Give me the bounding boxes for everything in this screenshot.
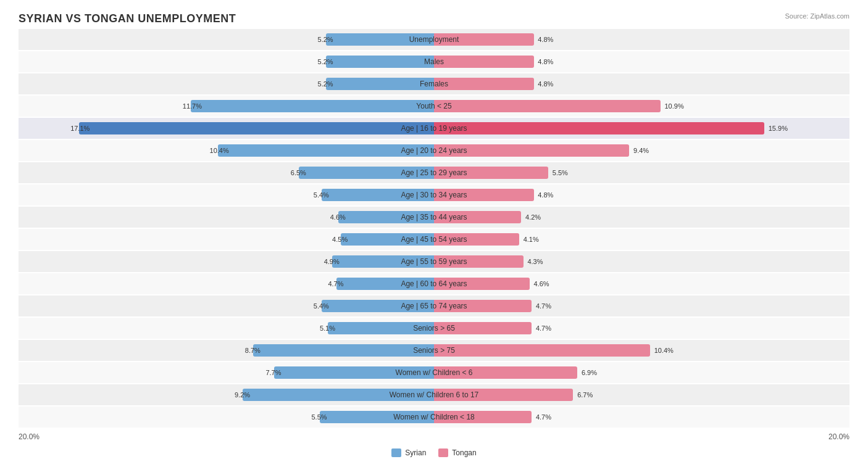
left-section: 5.5% <box>19 407 434 428</box>
tongan-bar <box>434 122 764 134</box>
chart-container: SYRIAN VS TONGAN UNEMPLOYMENT Source: Zi… <box>0 0 868 467</box>
syrian-value-label: 5.2% <box>318 80 333 88</box>
right-section: 4.7% <box>434 295 849 316</box>
syrian-legend-label: Syrian <box>405 448 426 457</box>
tongan-value-label: 4.2% <box>525 213 541 221</box>
tongan-bar <box>434 278 530 290</box>
syrian-bar <box>326 78 434 90</box>
bar-row: 6.5% Age | 25 to 29 years 5.5% <box>19 162 849 183</box>
bar-row: 4.6% Age | 35 to 44 years 4.2% <box>19 207 849 228</box>
syrian-value-label: 11.7% <box>183 102 202 110</box>
tongan-bar <box>434 167 548 179</box>
bar-row: 4.5% Age | 45 to 54 years 4.1% <box>19 229 849 250</box>
syrian-bar <box>299 167 434 179</box>
tongan-value-label: 10.4% <box>654 347 674 354</box>
syrian-bar <box>328 322 434 334</box>
left-section: 5.1% <box>19 318 434 339</box>
right-section: 10.9% <box>434 96 849 117</box>
left-section: 5.2% <box>19 29 434 50</box>
right-section: 4.2% <box>434 207 849 228</box>
bar-row: 5.2% Unemployment 4.8% <box>19 29 849 50</box>
left-section: 5.4% <box>19 184 434 205</box>
left-section: 11.7% <box>19 96 434 117</box>
tongan-bar <box>434 411 532 423</box>
syrian-value-label: 10.4% <box>210 147 229 154</box>
syrian-bar <box>322 189 434 201</box>
syrian-bar <box>341 233 434 246</box>
syrian-bar <box>336 278 434 290</box>
tongan-bar <box>434 144 629 157</box>
right-section: 4.8% <box>434 51 849 72</box>
left-section: 7.7% <box>19 362 434 383</box>
tongan-value-label: 4.8% <box>538 191 553 199</box>
tongan-value-label: 10.9% <box>665 102 684 110</box>
bar-row: 4.7% Age | 60 to 64 years 4.6% <box>19 273 849 294</box>
tongan-value-label: 4.1% <box>524 236 539 243</box>
right-section: 4.6% <box>434 273 849 294</box>
syrian-value-label: 5.4% <box>314 191 329 199</box>
tongan-value-label: 4.7% <box>536 413 551 421</box>
tongan-bar <box>434 211 521 223</box>
tongan-value-label: 4.8% <box>538 58 553 65</box>
left-section: 4.6% <box>19 207 434 228</box>
right-section: 9.4% <box>434 140 849 161</box>
bar-row: 11.7% Youth < 25 10.9% <box>19 96 849 117</box>
bar-row: 10.4% Age | 20 to 24 years 9.4% <box>19 140 849 161</box>
left-section: 8.7% <box>19 340 434 361</box>
left-section: 4.7% <box>19 273 434 294</box>
bar-row: 5.4% Age | 30 to 34 years 4.8% <box>19 184 849 205</box>
tongan-value-label: 15.9% <box>769 125 788 132</box>
tongan-bar <box>434 344 650 357</box>
syrian-legend-box <box>391 448 401 457</box>
tongan-bar <box>434 233 519 246</box>
legend: Syrian Tongan <box>19 448 849 457</box>
bar-row: 5.1% Seniors > 65 4.7% <box>19 318 849 339</box>
tongan-bar <box>434 33 534 46</box>
tongan-value-label: 6.7% <box>577 391 593 399</box>
right-section: 4.8% <box>434 73 849 94</box>
bar-row: 7.7% Women w/ Children < 6 6.9% <box>19 362 849 383</box>
bar-row: 5.4% Age | 65 to 74 years 4.7% <box>19 295 849 316</box>
tongan-value-label: 4.3% <box>527 258 543 265</box>
syrian-bar <box>253 344 434 357</box>
left-section: 17.1% <box>19 118 434 139</box>
right-section: 4.3% <box>434 251 849 272</box>
tongan-value-label: 4.8% <box>538 36 553 43</box>
syrian-value-label: 5.2% <box>318 36 333 43</box>
tongan-bar <box>434 322 532 334</box>
tongan-bar <box>434 300 532 312</box>
tongan-value-label: 5.5% <box>553 169 568 176</box>
right-section: 6.7% <box>434 384 849 405</box>
tongan-value-label: 4.8% <box>538 80 553 88</box>
bar-row: 5.5% Women w/ Children < 18 4.7% <box>19 407 849 428</box>
right-section: 4.7% <box>434 318 849 339</box>
right-section: 6.9% <box>434 362 849 383</box>
axis-right: 20.0% <box>434 432 849 441</box>
bar-row: 4.9% Age | 55 to 59 years 4.3% <box>19 251 849 272</box>
bar-row: 5.2% Males 4.8% <box>19 51 849 72</box>
tongan-legend-label: Tongan <box>452 448 476 457</box>
syrian-bar <box>332 255 434 268</box>
right-section: 10.4% <box>434 340 849 361</box>
syrian-value-label: 6.5% <box>291 169 306 176</box>
right-section: 15.9% <box>434 118 849 139</box>
syrian-value-label: 4.7% <box>328 280 343 287</box>
left-section: 10.4% <box>19 140 434 161</box>
left-section: 5.2% <box>19 51 434 72</box>
left-section: 9.2% <box>19 384 434 405</box>
syrian-bar <box>243 389 434 401</box>
tongan-value-label: 4.6% <box>534 280 549 287</box>
source-text: Source: ZipAtlas.com <box>785 12 849 20</box>
tongan-bar <box>434 366 577 379</box>
syrian-value-label: 4.9% <box>324 258 340 265</box>
right-section: 4.8% <box>434 29 849 50</box>
tongan-bar <box>434 389 573 401</box>
syrian-value-label: 7.7% <box>265 369 281 376</box>
syrian-value-label: 9.2% <box>235 391 250 399</box>
syrian-value-label: 5.5% <box>311 413 327 421</box>
syrian-value-label: 5.1% <box>320 324 335 332</box>
syrian-bar <box>218 144 434 157</box>
bar-row: 8.7% Seniors > 75 10.4% <box>19 340 849 361</box>
syrian-bar <box>322 300 434 312</box>
syrian-bar <box>326 33 434 46</box>
